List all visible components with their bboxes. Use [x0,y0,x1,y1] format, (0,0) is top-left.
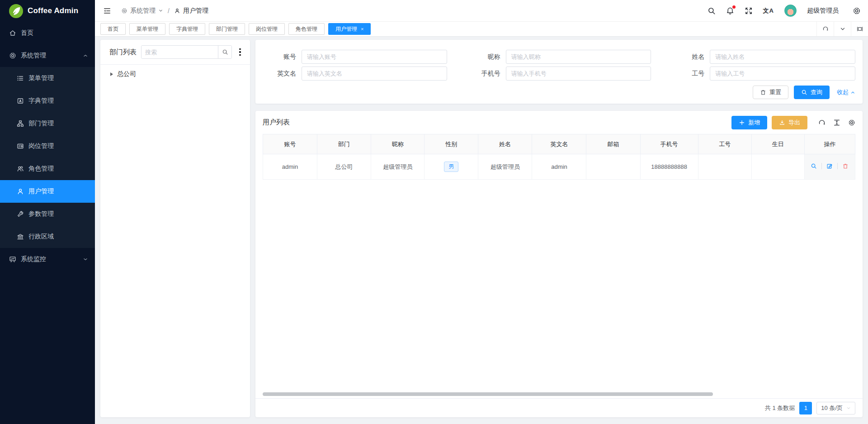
table-refresh-button[interactable] [818,119,826,126]
tab-role-mgmt[interactable]: 角色管理 [288,23,325,35]
sidebar-item-param-mgmt[interactable]: 参数管理 [0,203,95,225]
sidebar-item-label: 部门管理 [28,119,89,128]
sidebar-item-label: 用户管理 [28,187,89,195]
en-name-input[interactable] [302,67,447,81]
delete-row-button[interactable] [842,163,849,169]
cell-account: admin [263,154,317,180]
notifications-button[interactable] [726,7,734,15]
fullscreen-button[interactable] [745,7,753,15]
add-user-button[interactable]: 新增 [731,116,767,129]
arrows-expand-icon [745,7,753,15]
page-1-button[interactable]: 1 [799,402,812,414]
trash-icon [760,89,766,95]
tabs-refresh-button[interactable] [816,22,834,36]
app-title: Coffee Admin [28,6,78,15]
chevron-down-icon [82,256,89,262]
tab-post-mgmt[interactable]: 岗位管理 [249,23,285,35]
global-search-button[interactable] [708,7,716,15]
total-count-label: 共 1 条数据 [765,404,795,412]
row-height-icon [833,119,840,126]
sidebar-item-post-mgmt[interactable]: 岗位管理 [0,135,95,157]
row-height-button[interactable] [833,119,840,126]
refresh-icon [818,119,826,126]
collapse-filters-link[interactable]: 收起 [837,88,855,96]
sidebar-item-dept-mgmt[interactable]: 部门管理 [0,112,95,135]
sidebar-item-label: 首页 [21,29,89,37]
tab-dept-mgmt[interactable]: 部门管理 [209,23,245,35]
phone-input[interactable] [506,67,651,81]
job-no-input[interactable] [710,67,855,81]
sidebar-item-monitor[interactable]: 系统监控 [0,248,95,271]
tree-node-root[interactable]: 总公司 [110,70,250,78]
translate-button[interactable]: 文A [763,7,774,15]
tab-menu-mgmt[interactable]: 菜单管理 [129,23,165,35]
col-account: 账号 [263,134,317,154]
department-search-input[interactable] [142,46,218,58]
tab-home[interactable]: 首页 [100,23,126,35]
view-row-button[interactable] [811,163,817,169]
home-icon [9,29,16,37]
tab-close-icon[interactable]: × [361,26,363,32]
reset-button[interactable]: 重置 [753,86,788,99]
sidebar-menu: 首页 系统管理 菜单管理 字典管理 部门管理 岗位管理 [0,22,95,424]
phone-label: 手机号 [467,70,506,78]
col-phone: 手机号 [640,134,698,154]
scrollbar-thumb[interactable] [263,392,713,396]
department-more-button[interactable] [236,48,244,56]
gear-icon [121,8,127,14]
breadcrumb-parent-label: 系统管理 [130,7,156,15]
export-button[interactable]: 导出 [772,116,807,129]
search-icon [222,49,228,55]
avatar[interactable] [784,5,797,17]
username-label[interactable]: 超级管理员 [807,7,839,15]
content-fullscreen-button[interactable] [851,22,868,36]
sidebar: Coffee Admin 首页 系统管理 菜单管理 字典管理 部门管理 [0,0,95,424]
tabs-menu-button[interactable] [834,22,851,36]
en-name-label: 英文名 [263,70,302,78]
name-input[interactable] [710,50,855,64]
sidebar-item-system-mgmt[interactable]: 系统管理 [0,44,95,67]
account-input[interactable] [302,50,447,64]
col-email: 邮箱 [586,134,640,154]
nickname-input[interactable] [506,50,651,64]
edit-icon [826,163,833,169]
breadcrumb-parent[interactable]: 系统管理 [121,7,163,15]
col-en-name: 英文名 [532,134,586,154]
download-icon [779,119,785,126]
cell-en-name: admin [532,154,586,180]
horizontal-scrollbar[interactable] [263,392,855,396]
sidebar-item-label: 系统监控 [21,255,78,263]
department-search-button[interactable] [218,46,231,58]
menu-fold-button[interactable] [103,7,111,15]
sidebar-item-dict-mgmt[interactable]: 字典管理 [0,90,95,112]
sidebar-item-label: 行政区域 [28,233,89,241]
caret-right-icon[interactable] [110,72,113,76]
gear-icon [848,119,855,126]
col-gender: 性别 [425,134,478,154]
maximize-icon [857,26,863,32]
column-settings-button[interactable] [848,119,855,126]
edit-row-button[interactable] [826,163,833,169]
tab-dict-mgmt[interactable]: 字典管理 [169,23,205,35]
sidebar-item-region-mgmt[interactable]: 行政区域 [0,225,95,248]
app-logo[interactable]: Coffee Admin [0,0,95,22]
settings-button[interactable] [853,7,861,15]
department-panel-title: 部门列表 [109,48,137,57]
sidebar-item-user-mgmt[interactable]: 用户管理 [0,180,95,203]
table-row: admin 总公司 超级管理员 男 超级管理员 admin 1888888888… [263,154,855,180]
sidebar-item-menu-mgmt[interactable]: 菜单管理 [0,67,95,90]
breadcrumb-current: 用户管理 [174,7,208,15]
page-size-select[interactable]: 10 条/页 [816,402,855,414]
top-navbar: 系统管理 / 用户管理 文A 超级管理 [95,0,868,22]
sidebar-item-home[interactable]: 首页 [0,22,95,44]
wrench-icon [17,210,24,218]
job-no-label: 工号 [671,70,710,78]
dictionary-icon [17,97,24,105]
user-icon [174,8,180,14]
sidebar-item-label: 角色管理 [28,165,89,173]
id-card-icon [17,143,24,150]
query-button[interactable]: 查询 [794,86,830,99]
sidebar-item-role-mgmt[interactable]: 角色管理 [0,157,95,180]
tab-user-mgmt[interactable]: 用户管理 × [328,23,371,35]
department-panel: 部门列表 总公司 [100,40,250,417]
